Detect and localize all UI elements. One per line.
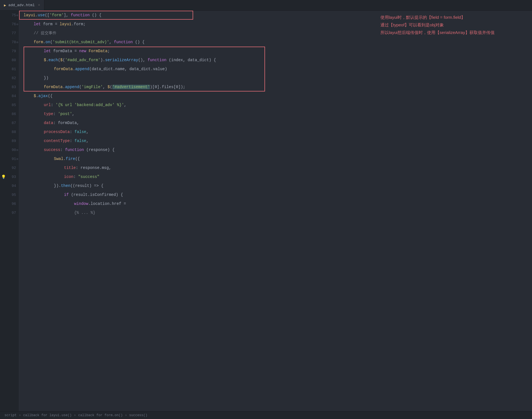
code-token: data_dict	[129, 67, 151, 71]
code-token: form	[34, 40, 43, 44]
table-row: data: formData,	[19, 118, 532, 127]
breadcrumb-item[interactable]: success()	[129, 413, 147, 417]
code-token: (	[110, 85, 112, 89]
table-row: formData.append('imgFile', $('#advertise…	[19, 83, 532, 91]
code-token: 'submit(btn_submit_adv)'	[52, 40, 109, 44]
gutter-row: 92	[0, 163, 19, 172]
code-token: '{% url	[56, 103, 74, 107]
code-token: Swal	[54, 157, 63, 161]
table-row: // 提交事件	[19, 29, 532, 38]
code-token: msg	[102, 166, 109, 170]
code-token: files	[162, 85, 173, 89]
gutter-row: 87	[0, 118, 19, 127]
line-number: 95	[0, 193, 19, 197]
line-number: 88	[0, 130, 19, 134]
gutter-row: ⊖91	[0, 154, 19, 163]
code-token: contentType	[44, 139, 70, 143]
code-token: :	[60, 148, 65, 152]
table-row: let formData = new FormData;	[19, 47, 532, 56]
code-token: if	[64, 193, 69, 197]
code-token: )[0].	[150, 85, 162, 89]
breadcrumb-item[interactable]: callback for layui.use()	[23, 413, 72, 417]
code-lines: layui.use(['form'], function () {let for…	[19, 11, 532, 217]
code-content: $.each($('#add_adv_form').serializeArray…	[19, 56, 532, 65]
code-token: form	[74, 22, 83, 26]
code-token: (	[58, 58, 60, 62]
code-token: .name,	[113, 67, 129, 71]
code-token: layui	[24, 13, 35, 17]
code-content: icon: "success"	[19, 172, 532, 181]
table-row: layui.use(['form'], function () {	[19, 11, 532, 20]
gutter-row: 96	[0, 199, 19, 208]
code-token: : formData,	[53, 121, 79, 125]
line-number: 91	[0, 157, 19, 161]
line-number: 92	[0, 166, 19, 170]
code-content: success: function (response) {	[19, 145, 532, 154]
tab-close-button[interactable]: ×	[38, 3, 40, 7]
table-row: title: response.msg,	[19, 163, 532, 172]
code-token: (response) {	[84, 148, 115, 152]
code-token: ,	[109, 166, 111, 170]
table-row: form.on('submit(btn_submit_adv)', functi…	[19, 38, 532, 47]
line-number: 84	[0, 94, 19, 98]
code-token: ({	[48, 94, 52, 98]
code-content: contentType: false,	[19, 136, 532, 145]
breadcrumb-item[interactable]: script	[4, 413, 17, 417]
code-content: // 提交事件	[19, 29, 532, 38]
breadcrumb-item[interactable]: callback for form.on()	[78, 413, 122, 417]
table-row: let form = layui.form;	[19, 20, 532, 29]
fold-icon[interactable]: ⊖	[16, 148, 18, 152]
line-number: 89	[0, 139, 19, 143]
fold-icon[interactable]: ⊖	[16, 22, 18, 26]
code-token: layui	[60, 22, 71, 26]
fold-icon[interactable]: ⊖	[16, 13, 18, 17]
code-token: .location.href =	[88, 202, 126, 206]
code-token: false	[74, 139, 86, 143]
code-token: ,	[86, 139, 88, 143]
code-token: .	[73, 67, 75, 71]
code-token: isConfirmed	[90, 193, 116, 197]
code-token: }).	[54, 184, 61, 188]
gutter-row: 82	[0, 74, 19, 83]
code-token: data_dict	[92, 67, 113, 71]
gutter-row: ⊖75	[0, 11, 19, 20]
code-token: on	[45, 40, 50, 44]
code-token: ) {	[116, 193, 123, 197]
code-token: form =	[41, 22, 60, 26]
code-token: function	[65, 148, 84, 152]
code-token: FormData	[86, 49, 108, 53]
code-token: () {	[90, 13, 101, 17]
code-token: function	[148, 58, 166, 62]
code-token: :	[53, 112, 58, 116]
code-token: : response.	[76, 166, 102, 170]
code-token: {% ... %}	[74, 210, 95, 215]
code-token: ;	[108, 49, 110, 53]
code-token: ,	[124, 103, 126, 107]
code-token: ;	[83, 22, 85, 26]
code-token: .	[43, 40, 45, 44]
code-area[interactable]: 使用layui时，默认提示的【field = form.field】 通过【ty…	[19, 11, 532, 411]
fold-icon[interactable]: ⊖	[16, 40, 18, 44]
line-number: 85	[0, 103, 19, 107]
line-number: 86	[0, 112, 19, 116]
code-content: processData: false,	[19, 127, 532, 136]
code-content: window.location.href =	[19, 199, 532, 208]
table-row: Swal.fire({	[19, 154, 532, 163]
table-row: icon: "success"	[19, 172, 532, 181]
table-row: window.location.href =	[19, 199, 532, 208]
line-number: 78	[0, 40, 19, 44]
line-number: 80	[0, 58, 19, 62]
code-content: $.ajax({	[19, 91, 532, 100]
tab-add-adv[interactable]: ▶ add_adv.html ×	[0, 0, 44, 10]
code-token: each	[49, 58, 58, 62]
fold-icon[interactable]: ⊖	[16, 157, 18, 161]
table-row: success: function (response) {	[19, 145, 532, 154]
code-token: })	[44, 76, 49, 80]
table-row: $.each($('#add_adv_form').serializeArray…	[19, 56, 532, 65]
code-token: icon	[64, 175, 74, 179]
code-content: layui.use(['form'], function () {	[19, 11, 532, 20]
table-row: formData.append(data_dict.name, data_dic…	[19, 65, 532, 74]
code-token: $	[60, 58, 63, 62]
code-token: 'form'	[49, 13, 63, 17]
code-token: ,	[72, 112, 74, 116]
